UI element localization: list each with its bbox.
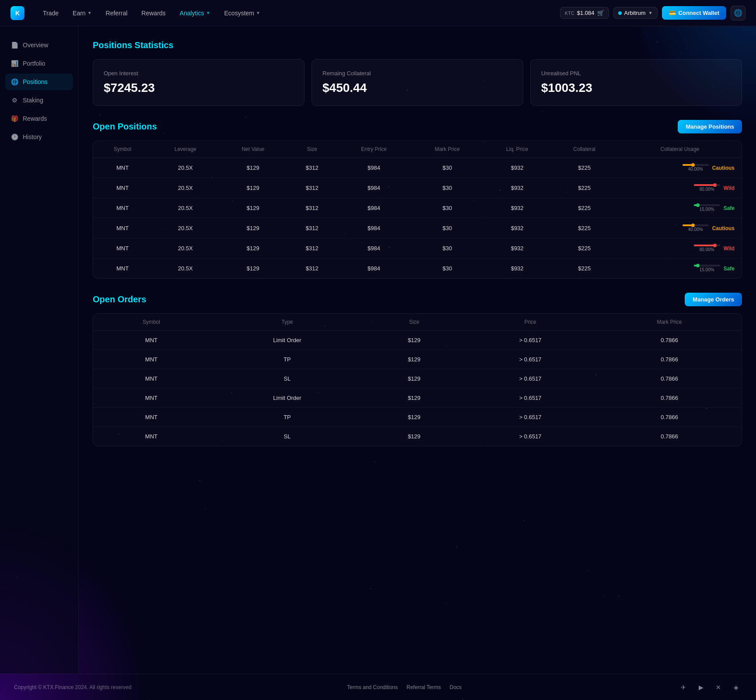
cell-collateral-usage: 15.00% Safe	[618, 259, 742, 279]
usage-pct: 40.00%	[688, 227, 703, 232]
order-cell-type: TP	[210, 408, 365, 427]
nav-link-rewards[interactable]: Rewards	[135, 7, 172, 19]
connect-wallet-button[interactable]: 💳 Connect Wallet	[662, 6, 726, 20]
order-cell-symbol: MNT	[93, 408, 210, 427]
stat-value: $450.44	[322, 81, 512, 95]
stat-label: Open Interest	[104, 70, 294, 77]
table-row: MNT20.5X$129$312$984$30$932$225 40.00% C…	[93, 158, 742, 178]
footer-link-docs[interactable]: Docs	[450, 684, 462, 690]
sidebar-item-staking[interactable]: ⚙Staking	[5, 92, 73, 108]
orders-table: SymbolTypeSizePriceMark Price MNTLimit O…	[93, 314, 742, 446]
usage-bar-dot	[713, 183, 717, 187]
sidebar: 📄Overview📊Portfolio🌐Positions⚙Staking🎁Re…	[0, 26, 79, 674]
cell-mark-price: $30	[411, 178, 484, 198]
table-row: MNTTP$129> 0.65170.7866	[93, 408, 742, 427]
order-cell-symbol: MNT	[93, 369, 210, 388]
nav-link-ecosystem[interactable]: Ecosystem▼	[218, 7, 266, 19]
usage-pct: 15.00%	[700, 267, 714, 272]
order-cell-symbol: MNT	[93, 331, 210, 350]
footer-link-referral-terms[interactable]: Referral Terms	[406, 684, 441, 690]
stat-label: Unrealised PNL	[541, 70, 731, 77]
order-cell-size: $129	[365, 331, 463, 350]
order-cell-type: Limit Order	[210, 331, 365, 350]
order-cell-mark-price: 0.7866	[597, 350, 742, 369]
price-badge[interactable]: KTC $1.084 🛒	[560, 7, 609, 19]
nav-chevron-icon: ▼	[206, 10, 210, 15]
sidebar-item-overview[interactable]: 📄Overview	[5, 37, 73, 53]
cell-size: $312	[287, 178, 337, 198]
network-badge[interactable]: Arbitrum ▼	[613, 7, 658, 19]
cell-leverage: 20.5X	[152, 178, 219, 198]
cell-symbol: MNT	[93, 198, 152, 218]
usage-bar: 80.00%	[694, 245, 720, 252]
overview-icon: 📄	[10, 41, 18, 49]
usage-cell: 40.00% Cautious	[625, 224, 735, 232]
col-header-mark-price: Mark Price	[411, 141, 484, 158]
nav-link-earn[interactable]: Earn▼	[66, 7, 98, 19]
table-row: MNT20.5X$129$312$984$30$932$225 15.00% S…	[93, 259, 742, 279]
open-positions-header: Open Positions Manage Positions	[93, 120, 742, 133]
rewards-icon: 🎁	[10, 115, 18, 122]
order-col-header-symbol: Symbol	[93, 314, 210, 331]
cell-collateral-usage: 15.00% Safe	[618, 198, 742, 218]
medium-icon[interactable]: ▶	[695, 681, 707, 693]
price-value: $1.084	[577, 10, 595, 16]
order-cell-mark-price: 0.7866	[597, 369, 742, 388]
sidebar-item-portfolio[interactable]: 📊Portfolio	[5, 55, 73, 72]
nav-link-referral[interactable]: Referral	[100, 7, 134, 19]
sidebar-item-history[interactable]: 🕐History	[5, 129, 73, 145]
order-cell-mark-price: 0.7866	[597, 427, 742, 446]
discord-icon[interactable]: ◈	[730, 681, 742, 693]
telegram-icon[interactable]: ✈	[677, 681, 690, 693]
stat-card-unrealised-pnl: Unrealised PNL $1003.23	[530, 59, 742, 106]
globe-button[interactable]: 🌐	[731, 6, 746, 21]
cell-liq.-price: $932	[484, 178, 551, 198]
cell-leverage: 20.5X	[152, 259, 219, 279]
sidebar-label-rewards: Rewards	[23, 115, 47, 122]
nav-link-trade[interactable]: Trade	[37, 7, 65, 19]
usage-pct: 15.00%	[700, 207, 714, 212]
order-cell-mark-price: 0.7866	[597, 408, 742, 427]
cell-collateral: $225	[551, 158, 618, 178]
cell-size: $312	[287, 238, 337, 259]
usage-status: Safe	[724, 205, 735, 211]
order-col-header-mark-price: Mark Price	[597, 314, 742, 331]
cell-net-value: $129	[219, 238, 287, 259]
order-cell-price: > 0.6517	[463, 408, 597, 427]
order-cell-type: SL	[210, 427, 365, 446]
main-content: Positions Statistics Open Interest $7245…	[79, 26, 756, 674]
positions-table: SymbolLeverageNet ValueSizeEntry PriceMa…	[93, 141, 742, 278]
sidebar-label-history: History	[23, 133, 42, 140]
footer-link-terms-and-conditions[interactable]: Terms and Conditions	[347, 684, 398, 690]
col-header-collateral-usage: Collateral Usage	[618, 141, 742, 158]
open-orders-title: Open Orders	[93, 294, 146, 304]
table-row: MNTLimit Order$129> 0.65170.7866	[93, 331, 742, 350]
usage-bar-track	[682, 164, 709, 166]
table-row: MNT20.5X$129$312$984$30$932$225 80.00% W…	[93, 178, 742, 198]
cell-leverage: 20.5X	[152, 218, 219, 238]
order-col-header-price: Price	[463, 314, 597, 331]
manage-orders-button[interactable]: Manage Orders	[685, 293, 742, 306]
usage-pct: 80.00%	[700, 187, 714, 192]
usage-bar-fill	[694, 184, 715, 186]
cell-symbol: MNT	[93, 178, 152, 198]
open-orders-section: Open Orders Manage Orders SymbolTypeSize…	[93, 293, 742, 446]
order-cell-price: > 0.6517	[463, 427, 597, 446]
cell-collateral-usage: 40.00% Cautious	[618, 218, 742, 238]
x-icon[interactable]: ✕	[712, 681, 724, 693]
logo[interactable]: K	[10, 6, 24, 20]
nav-link-analytics[interactable]: Analytics▼	[174, 7, 217, 19]
sidebar-label-overview: Overview	[23, 42, 48, 49]
manage-positions-button[interactable]: Manage Positions	[678, 120, 742, 133]
price-ticker: KTC	[565, 10, 574, 16]
staking-icon: ⚙	[10, 96, 18, 104]
usage-cell: 40.00% Cautious	[625, 164, 735, 172]
cell-collateral-usage: 40.00% Cautious	[618, 158, 742, 178]
cell-symbol: MNT	[93, 238, 152, 259]
cell-collateral: $225	[551, 198, 618, 218]
sidebar-item-rewards[interactable]: 🎁Rewards	[5, 110, 73, 127]
stat-label: Remaing Collateral	[322, 70, 512, 77]
sidebar-item-positions[interactable]: 🌐Positions	[5, 74, 73, 90]
cart-icon[interactable]: 🛒	[597, 10, 604, 16]
network-label: Arbitrum	[624, 10, 646, 16]
